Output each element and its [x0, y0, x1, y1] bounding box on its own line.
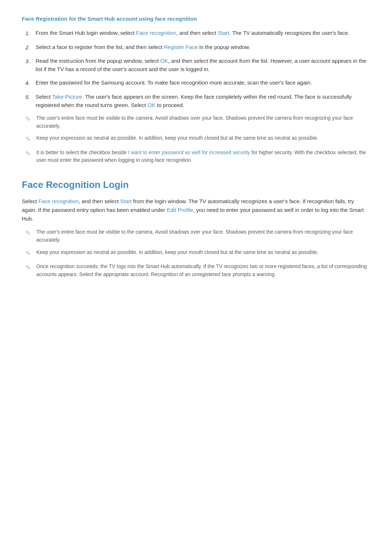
section2-intro-h3: Edit Profile — [167, 207, 193, 213]
pencil-icon-1: ✎ — [25, 114, 34, 124]
section1-note-3-content: It is better to select the checkbox besi… — [36, 149, 370, 164]
step-2-content: Select a face to register from the list,… — [36, 43, 370, 51]
section1-title: Face Registration for the Smart Hub acco… — [22, 15, 370, 23]
pencil-icon-2: ✎ — [25, 134, 34, 144]
section1-note-3: ✎ It is better to select the checkbox be… — [22, 149, 370, 164]
step-4-text-before: Enter the password for the Samsung accou… — [36, 79, 312, 86]
section2-intro: Select Face recognition, and then select… — [22, 197, 370, 223]
step-5-text-mid1: . The user's face appears on the screen.… — [36, 94, 352, 108]
step-1-text-before: From the Smart Hub login window, select — [36, 30, 136, 36]
step-5-highlight2: OK — [148, 102, 156, 108]
step-3-number: 3. — [25, 57, 36, 65]
step-1-highlight1: Face recognition — [136, 30, 176, 36]
pencil-icon-6: ✎ — [25, 263, 34, 272]
step-1-text-mid1: , and then select — [176, 30, 218, 36]
section1-note-1: ✎ The user's entire face must be visible… — [22, 114, 370, 130]
step-1-number: 1. — [25, 29, 36, 37]
pencil-icon-5: ✎ — [25, 249, 34, 258]
step-1-content: From the Smart Hub login window, select … — [36, 29, 370, 37]
section1-note-3-highlight: I want to enter password as well for inc… — [128, 149, 250, 155]
step-5-number: 5. — [25, 93, 36, 101]
section2-intro-h1: Face recognition — [38, 198, 79, 204]
step-2-number: 2. — [25, 43, 36, 52]
step-2-highlight1: Register Face — [164, 44, 198, 50]
section2-intro-mid1: , and then select — [79, 198, 120, 204]
step-3: 3. Read the instruction from the popup w… — [22, 57, 370, 74]
step-5-content: Select Take Picture. The user's face app… — [36, 93, 370, 110]
section2-note-3-text: Once recognition succeeds, the TV logs i… — [36, 263, 370, 278]
step-3-highlight1: OK — [160, 58, 168, 64]
pencil-icon-4: ✎ — [25, 228, 34, 238]
section2-note-1: ✎ The user's entire face must be visible… — [22, 228, 370, 244]
section1-note-3-before: It is better to select the checkbox besi… — [36, 149, 128, 155]
step-2: 2. Select a face to register from the li… — [22, 43, 370, 52]
section2-note-2-text: Keep your expression as neutral as possi… — [36, 249, 370, 257]
step-5-text-after: to proceed. — [155, 102, 184, 108]
step-3-content: Read the instruction from the popup wind… — [36, 57, 370, 74]
section1-note-2-text: Keep your expression as neutral as possi… — [36, 134, 370, 142]
step-5: 5. Select Take Picture. The user's face … — [22, 93, 370, 110]
section2-title: Face Recognition Login — [22, 177, 370, 192]
section2-notes-list: ✎ The user's entire face must be visible… — [22, 228, 370, 278]
section2-note-3: ✎ Once recognition succeeds, the TV logs… — [22, 263, 370, 278]
section1-steps-list: 1. From the Smart Hub login window, sele… — [22, 29, 370, 109]
section2-note-1-text: The user's entire face must be visible t… — [36, 228, 370, 244]
section2-note-2: ✎ Keep your expression as neutral as pos… — [22, 249, 370, 258]
step-2-text-after: in the popup window. — [198, 44, 250, 50]
step-1-highlight2: Start — [218, 30, 229, 36]
section1-note-1-text: The user's entire face must be visible t… — [36, 114, 370, 130]
pencil-icon-3: ✎ — [25, 149, 34, 159]
section1-notes-list: ✎ The user's entire face must be visible… — [22, 114, 370, 164]
step-2-text-before: Select a face to register from the list,… — [36, 44, 164, 50]
section2-intro-before: Select — [22, 198, 38, 204]
step-1: 1. From the Smart Hub login window, sele… — [22, 29, 370, 37]
step-4: 4. Enter the password for the Samsung ac… — [22, 78, 370, 87]
step-3-text-before: Read the instruction from the popup wind… — [36, 58, 160, 64]
step-4-content: Enter the password for the Samsung accou… — [36, 78, 370, 87]
section1-note-2: ✎ Keep your expression as neutral as pos… — [22, 134, 370, 144]
step-5-highlight1: Take Picture — [52, 94, 82, 100]
step-5-text-before: Select — [36, 94, 52, 100]
step-1-text-after: . The TV automatically recognizes the us… — [229, 30, 350, 36]
section2-intro-h2: Start — [120, 198, 132, 204]
step-4-number: 4. — [25, 78, 36, 87]
